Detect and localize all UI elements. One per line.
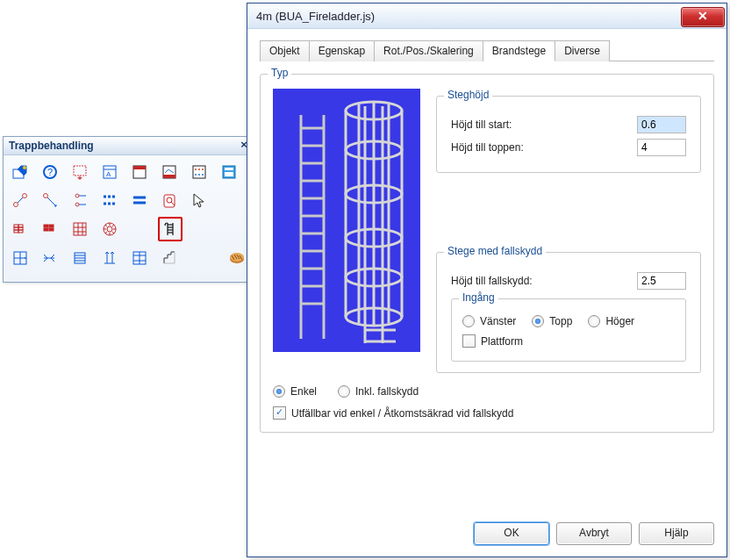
input-hojd-till-start[interactable] [637, 116, 686, 133]
group-fallskydd: Stege med fallskydd Höjd till fallskydd:… [436, 252, 701, 373]
svg-line-57 [112, 225, 114, 226]
help-button[interactable]: Hjälp [639, 522, 714, 545]
svg-rect-20 [225, 168, 233, 170]
dialog-button-row: OK Avbryt Hjälp [474, 522, 714, 545]
svg-point-15 [202, 169, 204, 170]
svg-text:A: A [106, 170, 111, 178]
tool-icon-4-6[interactable] [158, 247, 181, 269]
radio-dot-icon [462, 315, 475, 327]
radio-label-enkel: Enkel [290, 385, 317, 398]
ok-button[interactable]: OK [474, 522, 549, 545]
tool-icon-4-4[interactable] [98, 247, 121, 269]
tool-icon-3-2[interactable] [39, 218, 61, 241]
svg-rect-31 [164, 195, 175, 207]
tool-icon-1-2[interactable]: ? [39, 161, 61, 183]
checkbox-plattform[interactable]: Plattform [462, 334, 523, 348]
tool-icon-4-2[interactable] [39, 247, 61, 269]
tool-icon-1-5[interactable] [128, 161, 151, 183]
checkbox-label-plattform: Plattform [481, 335, 523, 348]
svg-rect-21 [225, 172, 233, 176]
svg-point-1 [23, 166, 26, 169]
tool-fireladder-button[interactable] [158, 217, 182, 241]
toolbox-body: ? A [4, 155, 254, 282]
group-typ-legend: Typ [268, 67, 291, 79]
dialog-close-button[interactable]: ✕ [681, 7, 725, 27]
tool-icon-2-6[interactable] [158, 189, 181, 212]
dialog-title: 4m (BUA_Fireladder.js) [256, 10, 375, 23]
svg-line-56 [105, 232, 107, 233]
tool-icon-1-4[interactable]: A [98, 161, 121, 183]
toolbox-trappbehandling: Trappbehandling × ? A [3, 136, 254, 283]
tool-icon-2-4[interactable] [98, 189, 121, 212]
tool-icon-4-1[interactable] [9, 247, 32, 269]
group-ingang-legend: Ingång [459, 291, 498, 304]
svg-point-26 [75, 203, 79, 206]
tool-icon-3-4[interactable] [98, 218, 121, 241]
toolbox-titlebar[interactable]: Trappbehandling × [4, 137, 254, 155]
svg-line-54 [105, 225, 107, 226]
tab-rotpos[interactable]: Rot./Pos./Skalering [375, 40, 483, 61]
tool-icon-1-8[interactable] [218, 161, 240, 183]
checkbox-label-utfallbar: Utfällbar vid enkel / Åtkomstsäkrad vid … [291, 407, 513, 420]
tool-icon-4-3[interactable] [68, 247, 91, 269]
label-hojd-till-fallskydd: Höjd till fallskydd: [451, 275, 533, 287]
checkbox-box-icon [273, 406, 286, 420]
svg-point-13 [195, 169, 197, 170]
tool-icon-4-5[interactable] [128, 247, 151, 269]
svg-point-16 [195, 174, 197, 176]
cursor-icon[interactable] [188, 189, 211, 212]
cancel-button[interactable]: Avbryt [556, 522, 632, 545]
radio-ingang-topp[interactable]: Topp [532, 315, 572, 327]
svg-rect-41 [44, 228, 48, 231]
radio-type-inkl-fallskydd[interactable]: Inkl. fallskydd [338, 385, 419, 398]
svg-rect-9 [133, 166, 146, 169]
tool-icon-1-7[interactable] [188, 161, 211, 183]
dialog-titlebar[interactable]: 4m (BUA_Fireladder.js) ✕ [247, 4, 726, 29]
svg-point-24 [44, 194, 48, 198]
radio-dot-icon [532, 315, 544, 327]
radio-type-enkel[interactable]: Enkel [273, 385, 317, 398]
group-fallskydd-legend: Stege med fallskydd [444, 245, 546, 257]
tool-icon-1-1[interactable] [9, 161, 32, 183]
checkbox-utfallbar[interactable]: Utfällbar vid enkel / Åtkomstsäkrad vid … [273, 406, 513, 420]
tab-brandstege[interactable]: Brandstege [483, 40, 555, 61]
radio-dot-icon [273, 385, 285, 398]
tool-icon-3-1[interactable] [9, 218, 32, 241]
svg-point-18 [202, 174, 204, 176]
group-ingang: Ingång Vänster Topp [451, 298, 686, 362]
radio-ingang-hoger[interactable]: Höger [588, 315, 634, 327]
tool-icon-2-1[interactable] [9, 189, 32, 212]
svg-point-14 [198, 169, 200, 170]
svg-rect-11 [163, 175, 175, 178]
tab-egenskap[interactable]: Egenskap [310, 40, 375, 61]
svg-line-55 [112, 232, 114, 233]
ladder-preview [273, 89, 420, 352]
svg-rect-40 [49, 225, 54, 227]
radio-ingang-vanster[interactable]: Vänster [462, 315, 516, 327]
svg-point-49 [107, 226, 112, 232]
radio-label-hoger: Höger [605, 315, 634, 327]
tabs: Objekt Egenskap Rot./Pos./Skalering Bran… [260, 39, 714, 61]
svg-point-77 [230, 253, 244, 262]
svg-point-23 [23, 194, 27, 198]
group-steghojd-legend: Steghöjd [444, 89, 492, 101]
label-hojd-till-start: Höjd till start: [451, 118, 512, 131]
tool-icon-1-6[interactable] [158, 161, 181, 183]
tool-icon-3-3[interactable] [68, 218, 91, 241]
tool-icon-4-end[interactable] [225, 247, 248, 269]
checkbox-box-icon [462, 334, 476, 348]
tool-icon-2-3[interactable] [68, 189, 91, 212]
tab-objekt[interactable]: Objekt [260, 40, 310, 61]
tool-icon-1-3[interactable] [68, 161, 91, 183]
svg-text:?: ? [47, 167, 53, 177]
radio-label-inkl: Inkl. fallskydd [355, 385, 419, 398]
radio-label-vanster: Vänster [480, 315, 516, 327]
tab-diverse[interactable]: Diverse [555, 40, 610, 61]
svg-point-17 [198, 174, 200, 176]
dialog-fireladder: 4m (BUA_Fireladder.js) ✕ Objekt Egenskap… [247, 3, 727, 557]
tool-icon-2-5[interactable] [128, 189, 151, 212]
input-hojd-till-fallskydd[interactable] [637, 272, 686, 290]
radio-dot-icon [338, 385, 350, 398]
input-hojd-till-toppen[interactable] [637, 139, 686, 156]
tool-icon-2-2[interactable] [39, 189, 61, 212]
